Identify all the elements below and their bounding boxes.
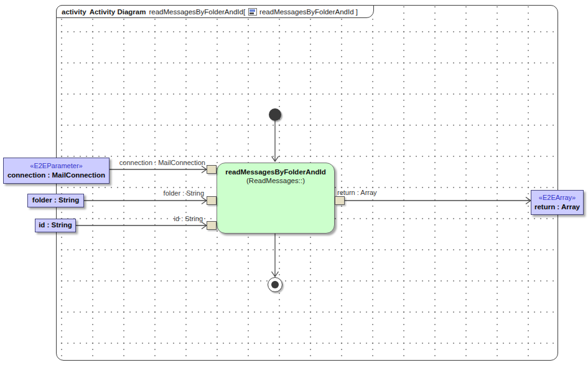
- icon-dark-bar: [250, 12, 254, 14]
- parameter-node-return[interactable]: «E2EArray» return : Array: [531, 190, 584, 215]
- edge-label-return[interactable]: return : Array: [337, 189, 377, 196]
- frame-diagram-name: readMessagesByFolderAndId[: [149, 8, 245, 16]
- activity-name: readMessagesByFolderAndId: [217, 168, 334, 176]
- parameter-stereotype: «E2EArray»: [539, 193, 576, 202]
- activity-diagram-icon: [248, 8, 257, 16]
- output-pin-return[interactable]: [335, 196, 345, 205]
- edge-label-connection[interactable]: connection : MailConnection: [119, 159, 205, 166]
- parameter-node-connection[interactable]: «E2EParameter» connection : MailConnecti…: [3, 158, 110, 184]
- parameter-name: connection : MailConnection: [7, 171, 105, 181]
- icon-blue-bar: [250, 9, 255, 12]
- final-node[interactable]: [268, 277, 282, 292]
- diagram-canvas: activity Activity Diagram readMessagesBy…: [0, 0, 588, 365]
- initial-node[interactable]: [269, 108, 281, 121]
- input-pin-folder[interactable]: [207, 196, 217, 205]
- frame-diagram-kind: Activity Diagram: [90, 8, 146, 16]
- parameter-node-folder[interactable]: folder : String: [27, 194, 84, 207]
- parameter-stereotype: «E2EParameter»: [30, 161, 82, 171]
- input-pin-connection[interactable]: [207, 165, 217, 174]
- parameter-name: return : Array: [534, 202, 580, 212]
- edge-label-folder[interactable]: folder : String: [164, 189, 204, 197]
- edge-label-id[interactable]: id : String: [174, 215, 203, 222]
- frame-title-tab[interactable]: activity Activity Diagram readMessagesBy…: [56, 5, 374, 18]
- parameter-node-id[interactable]: id : String: [35, 219, 76, 232]
- frame-keyword: activity: [62, 8, 86, 16]
- input-pin-id[interactable]: [207, 221, 217, 230]
- activity-qualifier: (ReadMessages::): [217, 177, 334, 184]
- parameter-name: folder : String: [32, 196, 79, 206]
- final-node-core: [271, 281, 279, 288]
- activity-call-node[interactable]: readMessagesByFolderAndId (ReadMessages:…: [217, 163, 335, 234]
- frame-diagram-ref: readMessagesByFolderAndId ]: [259, 8, 358, 16]
- parameter-name: id : String: [39, 220, 72, 230]
